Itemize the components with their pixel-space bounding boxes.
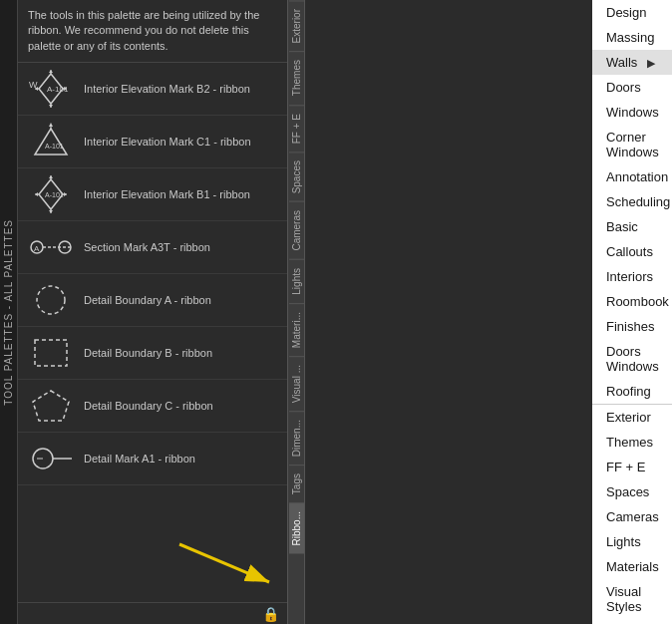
tool-icon-int-elev-c1: A-101 <box>26 122 76 161</box>
svg-marker-24 <box>35 192 38 196</box>
menu-item-walls[interactable]: Walls ▶ <box>592 50 672 75</box>
tool-label-int-elev-b1: Interior Elevation Mark B1 - ribbon <box>84 187 250 201</box>
menu-item-callouts[interactable]: Callouts <box>592 239 672 264</box>
menu-item-ff-e2[interactable]: FF + E <box>592 455 672 479</box>
tab-cameras[interactable]: Cameras <box>289 201 304 259</box>
tabs-panel: ExteriorThemesFF + ESpacesCamerasLightsM… <box>287 0 672 624</box>
menu-item-dimensions[interactable]: Dimensions <box>592 619 672 624</box>
tool-palette-panel: The tools in this palette are being util… <box>18 0 287 624</box>
tool-palettes-label: TOOL PALETTES - ALL PALETTES <box>0 0 18 624</box>
menu-item-roombook[interactable]: Roombook <box>592 289 672 314</box>
menu-item-finishes[interactable]: Finishes <box>592 314 672 339</box>
tab-materi[interactable]: Materi... <box>289 303 304 356</box>
tool-item-detail-mark-a1[interactable]: Detail Mark A1 - ribbon <box>18 433 287 485</box>
tab-spaces[interactable]: Spaces <box>289 152 304 201</box>
tab-tags[interactable]: Tags <box>289 465 304 502</box>
menu-item-materials2[interactable]: Materials <box>592 554 672 579</box>
svg-marker-23 <box>49 210 53 213</box>
svg-marker-14 <box>49 123 53 127</box>
tool-item-int-elev-b1[interactable]: A-101 Interior Elevation Mark B1 - ribbo… <box>18 168 287 221</box>
svg-marker-21 <box>49 175 53 178</box>
tool-label-detail-mark-a1: Detail Mark A1 - ribbon <box>84 452 195 466</box>
menu-item-roofing[interactable]: Roofing <box>592 379 672 404</box>
tool-icon-detail-bound-a <box>26 280 76 320</box>
tab-lights[interactable]: Lights <box>289 259 304 303</box>
svg-marker-11 <box>35 129 67 155</box>
tab-dimen[interactable]: Dimen... <box>289 411 304 465</box>
tool-icon-detail-mark-a1 <box>26 439 76 478</box>
tab-exterior[interactable]: Exterior <box>289 0 304 51</box>
menu-section-1: DesignMassingWalls ▶DoorsWindowsCorner W… <box>592 0 672 405</box>
tool-label-detail-bound-c: Detail Boundary C - ribbon <box>84 399 213 413</box>
tool-item-detail-bound-b[interactable]: Detail Boundary B - ribbon <box>18 327 287 380</box>
menu-item-cameras2[interactable]: Cameras <box>592 504 672 529</box>
tool-label-section-a3t: Section Mark A3T - ribbon <box>84 240 210 254</box>
svg-point-29 <box>37 286 65 314</box>
tool-icon-int-elev-b1: A-101 <box>26 174 76 214</box>
warning-banner: The tools in this palette are being util… <box>18 0 287 63</box>
menu-item-lights2[interactable]: Lights <box>592 529 672 554</box>
menu-item-doors[interactable]: Doors <box>592 75 672 100</box>
menu-item-massing[interactable]: Massing <box>592 25 672 50</box>
menu-item-windows[interactable]: Windows <box>592 100 672 125</box>
tool-item-int-elev-c1[interactable]: A-101 Interior Elevation Mark C1 - ribbo… <box>18 116 287 168</box>
tab-themes[interactable]: Themes <box>289 51 304 104</box>
tab-visual[interactable]: Visual ... <box>289 356 304 411</box>
svg-marker-9 <box>49 105 53 108</box>
svg-rect-30 <box>35 340 67 366</box>
svg-text:A: A <box>34 244 40 253</box>
menu-item-visual-styles[interactable]: Visual Styles <box>592 579 672 619</box>
menu-item-interiors[interactable]: Interiors <box>592 264 672 289</box>
menu-item-spaces2[interactable]: Spaces <box>592 479 672 504</box>
tabs-strip: ExteriorThemesFF + ESpacesCamerasLightsM… <box>287 0 305 624</box>
lock-icon[interactable]: 🔒 <box>262 606 279 622</box>
menu-item-exterior2[interactable]: Exterior <box>592 405 672 430</box>
menu-item-annotation[interactable]: Annotation <box>592 164 672 189</box>
menu-item-design[interactable]: Design <box>592 0 672 25</box>
tool-item-section-a3t[interactable]: A Section Mark A3T - ribbon <box>18 221 287 274</box>
menu-section-2: ExteriorThemesFF + ESpacesCamerasLightsM… <box>592 405 672 624</box>
svg-marker-7 <box>49 70 53 73</box>
menu-item-doors-windows[interactable]: Doors Windows <box>592 339 672 379</box>
tool-icon-detail-bound-b <box>26 333 76 373</box>
menu-item-themes2[interactable]: Themes <box>592 430 672 455</box>
tab-ribbo[interactable]: Ribbo... <box>289 502 304 553</box>
tool-icon-int-elev-b2: W A-101 <box>26 69 76 109</box>
tool-label-detail-bound-b: Detail Boundary B - ribbon <box>84 346 212 360</box>
tool-label-int-elev-b2: Interior Elevation Mark B2 - ribbon <box>84 82 250 96</box>
tool-list: W A-101 Interior Elevation Mark B2 - rib… <box>18 63 287 602</box>
menu-item-scheduling[interactable]: Scheduling <box>592 189 672 214</box>
tool-item-detail-bound-c[interactable]: Detail Boundary C - ribbon <box>18 380 287 433</box>
tool-icon-detail-bound-c <box>26 386 76 426</box>
svg-marker-31 <box>33 391 69 421</box>
tool-item-int-elev-b2[interactable]: W A-101 Interior Elevation Mark B2 - rib… <box>18 63 287 116</box>
tool-icon-section-a3t: A <box>26 227 76 267</box>
tool-item-detail-bound-a[interactable]: Detail Boundary A - ribbon <box>18 274 287 327</box>
dropdown-menu: DesignMassingWalls ▶DoorsWindowsCorner W… <box>592 0 672 624</box>
tool-label-int-elev-c1: Interior Elevation Mark C1 - ribbon <box>84 135 251 149</box>
tab-ff-e[interactable]: FF + E <box>289 105 304 152</box>
svg-text:A-101: A-101 <box>45 191 64 198</box>
menu-item-basic[interactable]: Basic <box>592 214 672 239</box>
svg-marker-22 <box>64 192 67 196</box>
bottom-toolbar: 🔒 <box>18 602 287 624</box>
svg-text:A-101: A-101 <box>45 143 64 150</box>
tool-label-detail-bound-a: Detail Boundary A - ribbon <box>84 293 211 307</box>
menu-item-corner-windows[interactable]: Corner Windows <box>592 125 672 164</box>
